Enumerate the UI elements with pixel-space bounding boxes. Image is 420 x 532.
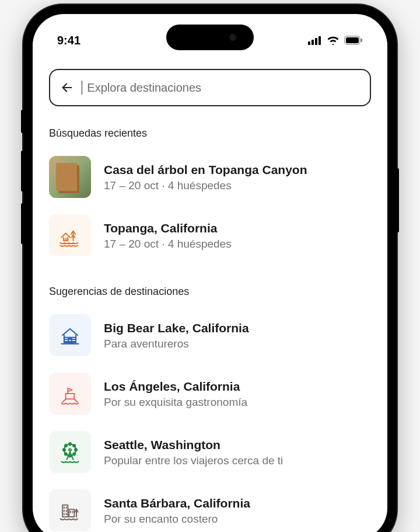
svg-rect-5 xyxy=(346,37,359,43)
lifeguard-tower-icon xyxy=(57,381,83,406)
content: Búsquedas recientes Casa del árbol en To… xyxy=(33,53,387,532)
item-title: Seattle, Washington xyxy=(104,437,371,453)
location-icon-thumb xyxy=(49,373,91,415)
search-bar[interactable] xyxy=(49,69,371,106)
suggestion-item-losangeles[interactable]: Los Ángeles, California Por su exquisita… xyxy=(49,364,371,423)
power-button xyxy=(396,168,399,232)
item-subtitle: Por su encanto costero xyxy=(104,513,371,526)
status-indicators xyxy=(308,36,363,45)
cellular-icon xyxy=(308,36,322,45)
recent-section-title: Búsquedas recientes xyxy=(49,127,371,140)
dynamic-island xyxy=(166,25,254,50)
item-subtitle: 17 – 20 oct · 4 huéspedes xyxy=(104,238,371,251)
item-subtitle: Por su exquisita gastronomía xyxy=(104,396,371,409)
back-icon[interactable] xyxy=(61,81,74,94)
recent-item-topanga[interactable]: Topanga, California 17 – 20 oct · 4 hués… xyxy=(49,206,371,265)
location-icon-thumb xyxy=(49,489,91,531)
side-button xyxy=(21,110,24,133)
item-title: Santa Bárbara, California xyxy=(104,495,371,512)
svg-rect-31 xyxy=(69,509,74,517)
location-icon-thumb xyxy=(49,214,91,256)
status-time: 9:41 xyxy=(57,34,80,47)
item-title: Casa del árbol en Topanga Canyon xyxy=(104,162,371,178)
svg-rect-8 xyxy=(65,239,67,241)
svg-rect-1 xyxy=(312,40,314,45)
item-subtitle: Para aventureros xyxy=(104,338,371,350)
suggestion-item-santabarbara[interactable]: Santa Bárbara, California Por su encanto… xyxy=(49,481,371,532)
volume-up-button xyxy=(21,151,24,192)
text-cursor xyxy=(82,81,82,95)
suggestion-item-seattle[interactable]: Seattle, Washington Popular entre los vi… xyxy=(49,423,371,481)
item-subtitle: Popular entre los viajeros cerca de ti xyxy=(104,454,371,467)
listing-photo-thumb xyxy=(49,156,91,198)
svg-rect-3 xyxy=(318,36,321,45)
item-title: Big Bear Lake, California xyxy=(104,320,371,336)
suggestions-section-title: Sugerencias de destinaciones xyxy=(49,286,371,298)
suggestion-item-bigbear[interactable]: Big Bear Lake, California Para aventurer… xyxy=(49,306,371,364)
coastal-city-icon xyxy=(57,498,83,523)
svg-rect-0 xyxy=(308,41,310,45)
item-subtitle: 17 – 20 oct · 4 huéspedes xyxy=(104,179,371,192)
svg-rect-2 xyxy=(315,38,317,45)
volume-down-button xyxy=(21,203,24,244)
item-title: Topanga, California xyxy=(104,220,371,237)
ferris-wheel-icon xyxy=(57,439,83,465)
location-icon-thumb xyxy=(49,431,91,473)
cabin-icon xyxy=(57,322,83,348)
phone-frame: 9:41 Búsquedas recientes Casa del árbol … xyxy=(23,5,397,532)
phone-screen: 9:41 Búsquedas recientes Casa del árbol … xyxy=(33,14,387,532)
battery-icon xyxy=(344,36,363,45)
recent-item-treehouse[interactable]: Casa del árbol en Topanga Canyon 17 – 20… xyxy=(49,148,371,206)
search-input[interactable] xyxy=(87,81,359,95)
svg-point-15 xyxy=(69,449,71,451)
cabin-lake-icon xyxy=(57,222,83,248)
svg-rect-6 xyxy=(361,39,363,42)
svg-rect-24 xyxy=(62,505,68,517)
wifi-icon xyxy=(327,36,340,45)
item-title: Los Ángeles, California xyxy=(104,378,371,395)
location-icon-thumb xyxy=(49,314,91,356)
